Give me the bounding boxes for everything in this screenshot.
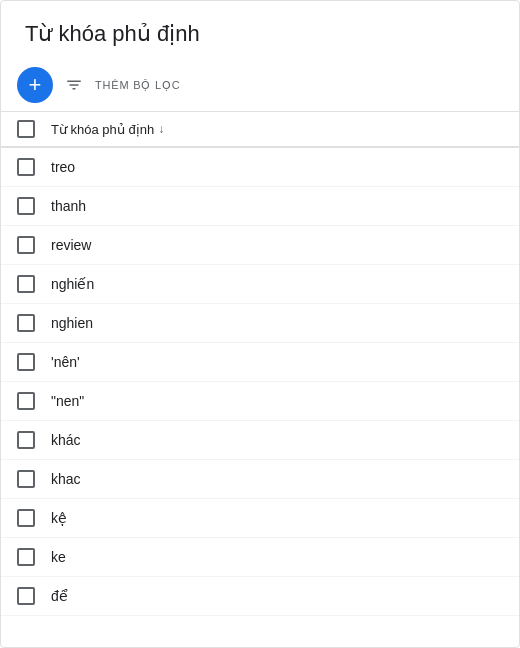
row-checkbox[interactable] bbox=[17, 275, 35, 293]
row-checkbox[interactable] bbox=[17, 236, 35, 254]
table-row[interactable]: khac bbox=[1, 460, 519, 499]
table-row[interactable]: thanh bbox=[1, 187, 519, 226]
keyword-text: nghiến bbox=[51, 276, 94, 292]
row-checkbox[interactable] bbox=[17, 197, 35, 215]
table-container: Từ khóa phủ định ↓ treothanhreviewnghiến… bbox=[1, 112, 519, 616]
keyword-text: nghien bbox=[51, 315, 93, 331]
table-row[interactable]: "nen" bbox=[1, 382, 519, 421]
row-checkbox[interactable] bbox=[17, 314, 35, 332]
keyword-text: review bbox=[51, 237, 91, 253]
keyword-text: khac bbox=[51, 471, 81, 487]
row-checkbox[interactable] bbox=[17, 431, 35, 449]
keyword-text: 'nên' bbox=[51, 354, 80, 370]
keyword-text: để bbox=[51, 588, 68, 604]
add-button[interactable]: + bbox=[17, 67, 53, 103]
column-header-label[interactable]: Từ khóa phủ định ↓ bbox=[51, 122, 164, 137]
sort-icon: ↓ bbox=[158, 122, 164, 136]
table-row[interactable]: nghien bbox=[1, 304, 519, 343]
rows-container: treothanhreviewnghiếnnghien'nên'"nen"khá… bbox=[1, 148, 519, 616]
row-checkbox[interactable] bbox=[17, 470, 35, 488]
row-checkbox[interactable] bbox=[17, 587, 35, 605]
table-row[interactable]: review bbox=[1, 226, 519, 265]
table-row[interactable]: treo bbox=[1, 148, 519, 187]
row-checkbox[interactable] bbox=[17, 353, 35, 371]
table-row[interactable]: 'nên' bbox=[1, 343, 519, 382]
keyword-text: "nen" bbox=[51, 393, 84, 409]
keyword-text: khác bbox=[51, 432, 81, 448]
table-row[interactable]: nghiến bbox=[1, 265, 519, 304]
table-row[interactable]: ke bbox=[1, 538, 519, 577]
row-checkbox[interactable] bbox=[17, 392, 35, 410]
keyword-text: kệ bbox=[51, 510, 67, 526]
keyword-text: treo bbox=[51, 159, 75, 175]
table-row[interactable]: kệ bbox=[1, 499, 519, 538]
row-checkbox[interactable] bbox=[17, 509, 35, 527]
page-title: Từ khóa phủ định bbox=[1, 1, 519, 59]
row-checkbox[interactable] bbox=[17, 548, 35, 566]
toolbar: + THÊM BỘ LỌC bbox=[1, 59, 519, 112]
table-row[interactable]: khác bbox=[1, 421, 519, 460]
table-header: Từ khóa phủ định ↓ bbox=[1, 112, 519, 148]
filter-icon bbox=[61, 76, 87, 94]
keyword-text: ke bbox=[51, 549, 66, 565]
column-header-text: Từ khóa phủ định bbox=[51, 122, 154, 137]
add-filter-label[interactable]: THÊM BỘ LỌC bbox=[95, 79, 180, 92]
table-row[interactable]: để bbox=[1, 577, 519, 616]
keyword-text: thanh bbox=[51, 198, 86, 214]
header-checkbox[interactable] bbox=[17, 120, 35, 138]
row-checkbox[interactable] bbox=[17, 158, 35, 176]
page-container: Từ khóa phủ định + THÊM BỘ LỌC Từ khóa p… bbox=[0, 0, 520, 648]
